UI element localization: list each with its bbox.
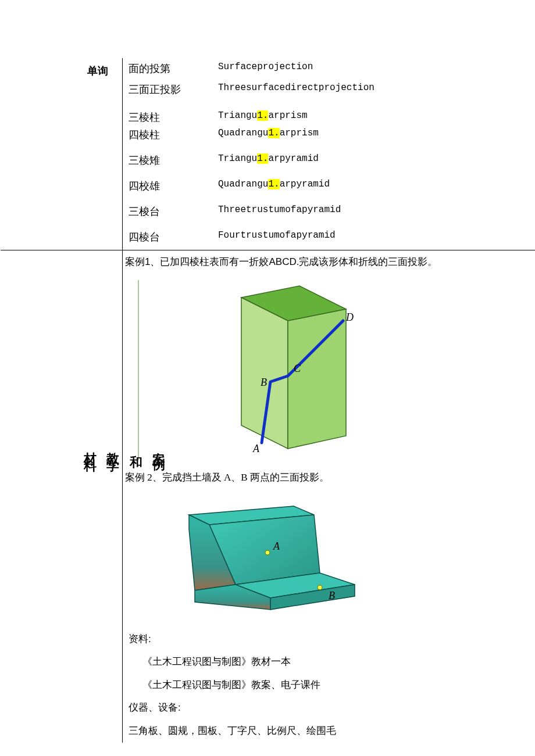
svg-point-10: [265, 550, 270, 555]
vocab-cn: 四校雄: [125, 179, 218, 193]
prism-figure: A B C D: [137, 280, 358, 460]
vocab-row: 四棱柱 Quadrangu1.arprism: [125, 128, 535, 145]
vocab-section-label: 单询: [87, 64, 108, 78]
vocab-en: Threetrustumofapyramid: [218, 205, 535, 218]
vocab-row: 三面正投影 Threesurfacedirectprojection: [125, 79, 535, 100]
vocab-row: 三棱雉 Triangu1.arpyramid: [125, 145, 535, 171]
vocab-row: 四棱台 Fourtrustumofapyramid: [125, 222, 535, 248]
right-column: 面的投第 Surfaceprojection 三面正投影 Threesurfac…: [122, 58, 535, 743]
vocab-en: Fourtrustumofapyramid: [218, 230, 535, 244]
left-column: 单询 案例和教学材料: [0, 58, 122, 743]
svg-point-11: [318, 585, 322, 590]
materials-section: 资料: 《土木工程识图与制图》教材一本 《土木工程识图与制图》教案、电子课件 仪…: [125, 622, 535, 741]
content-wrap: 单询 案例和教学材料 面的投第 Surfaceprojection 三面正投影 …: [0, 58, 535, 743]
point-c-label: C: [294, 363, 301, 374]
vocab-en: Quadrangu1.arpyramid: [218, 179, 535, 193]
vocab-row: 面的投第 Surfaceprojection: [125, 58, 535, 79]
material-item: 《土木工程识图与制图》教材一本: [129, 651, 535, 672]
document-page: 单询 案例和教学材料 面的投第 Surfaceprojection 三面正投影 …: [0, 0, 535, 756]
vocab-cn: 三棱雉: [125, 153, 218, 167]
vocab-cn: 四棱柱: [125, 128, 218, 142]
vocab-en: Triangu1.arpyramid: [218, 153, 535, 167]
point-b-label: B: [261, 377, 267, 388]
svg-marker-3: [288, 309, 346, 449]
case2-text: 案例 2、完成挡土墙及 A、B 两点的三面投影。: [125, 466, 535, 489]
materials-heading: 资料:: [129, 628, 535, 650]
wall-point-a-label: A: [273, 540, 280, 552]
point-d-label: D: [345, 311, 354, 323]
case1-text: 案例1、已加四棱柱表而有一折姣ABCD.完成该形体和折线的三面投影。: [125, 253, 535, 274]
vocab-cn: 面的投第: [125, 62, 218, 76]
equipment-item: 三角板、圆规，围板、丁字尺、比例尺、绘围毛: [129, 720, 535, 741]
vocab-en: Threesurfacedirectprojection: [218, 83, 535, 96]
equipment-heading: 仪器、设备:: [129, 697, 535, 718]
vocab-row: 三棱柱 Triangu1.arprism: [125, 100, 535, 128]
vocab-cn: 三面正投影: [125, 83, 218, 96]
vocab-table: 面的投第 Surfaceprojection 三面正投影 Threesurfac…: [125, 58, 535, 248]
wall-point-b-label: B: [329, 590, 335, 601]
vocab-en: Triangu1.arprism: [218, 110, 535, 124]
vocab-cn: 三梭台: [125, 205, 218, 218]
vocab-en: Quadrangu1.arprism: [218, 128, 535, 142]
vocab-row: 三梭台 Threetrustumofapyramid: [125, 196, 535, 222]
vocab-cn: 四棱台: [125, 230, 218, 244]
vocab-cn: 三棱柱: [125, 110, 218, 124]
point-a-label: A: [252, 443, 260, 454]
vocab-row: 四校雄 Quadrangu1.arpyramid: [125, 171, 535, 196]
retaining-wall-figure: A B: [160, 495, 369, 611]
case-section-label: 案例和教学材料: [79, 442, 170, 456]
vocab-en: Surfaceprojection: [218, 62, 535, 76]
material-item: 《土木工程识图与制图》教案、电子课件: [129, 674, 535, 696]
